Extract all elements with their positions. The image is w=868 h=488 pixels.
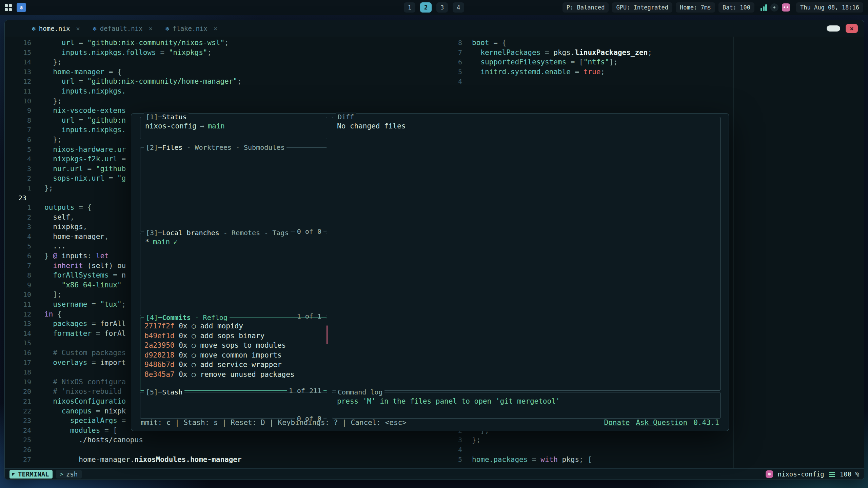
panel-title-text: - Remotes - Tags (219, 229, 289, 237)
line-number: 22 (18, 406, 31, 416)
code-text: }; (44, 183, 53, 193)
code-text: sops-nix.url = "g (44, 174, 126, 183)
commit-row[interactable]: b49ef1d 0x ○ add sops binary (144, 331, 323, 341)
topbar-left: ❄ (5, 3, 26, 12)
editor-tab-bar: ❄home.nix×❄default.nix×❄flake.nix× × (5, 20, 864, 37)
code-text: } @ inputs: let (44, 251, 109, 261)
workspace-button[interactable]: 1 (404, 2, 415, 13)
line-number: 23 (18, 416, 31, 426)
mode-indicator[interactable]: TERMINAL (9, 470, 53, 479)
lazygit-bottom-right: DonateAsk Question 0.43.1 (604, 419, 719, 427)
workspace-button[interactable]: 2 (420, 2, 432, 13)
close-button[interactable]: × (846, 24, 858, 33)
window-controls: × (827, 20, 858, 37)
arrow-icon: → (200, 122, 204, 130)
code-text: url = "github:nix-community/home-manager… (44, 77, 242, 86)
code-text: home-manager = { (44, 67, 122, 77)
scrollbar-thumb[interactable] (327, 325, 328, 344)
code-token: formatter (44, 329, 92, 338)
panel-title: [2]─Files - Worktrees - Submodules (144, 142, 287, 152)
code-line: 4 (454, 77, 864, 86)
panel-title: [5]─Stash (144, 387, 184, 397)
code-token: , (83, 223, 87, 231)
code-token: = (87, 300, 100, 308)
code-line: 3}; (454, 435, 864, 445)
terminal-window: ❄home.nix×❄default.nix×❄flake.nix× × 16 … (4, 20, 864, 480)
apps-grid-icon[interactable] (5, 4, 12, 11)
line-number: 8 (18, 116, 31, 125)
code-token: nixosConfiguratio (44, 397, 126, 405)
code-token: url (44, 39, 75, 47)
workspace-button[interactable]: 3 (436, 2, 448, 13)
tab-close-icon[interactable]: × (214, 25, 217, 32)
editor-tab[interactable]: ❄flake.nix× (165, 25, 217, 32)
line-number: 3 (18, 164, 31, 174)
lazygit-links: DonateAsk Question (604, 419, 688, 427)
code-line: 12 url = "github:nix-community/home-mana… (18, 77, 442, 86)
system-tray (761, 3, 790, 12)
code-token: forAl (104, 329, 126, 338)
lazygit-diff-panel[interactable]: Diff No changed files (332, 117, 721, 391)
code-token: specialArgs (44, 416, 117, 425)
editor-tab[interactable]: ❄default.nix× (93, 25, 153, 32)
code-text: boot = { (472, 38, 506, 48)
network-icon[interactable] (761, 4, 767, 11)
link[interactable]: Ask Question (636, 419, 687, 427)
layout-toggle[interactable] (827, 25, 840, 32)
code-token: "github (96, 165, 126, 173)
panel-title: Command log (336, 387, 384, 397)
lazygit-commits-panel[interactable]: [4]─Commits - Reflog 2717f2f 0x ○ add mo… (140, 318, 327, 391)
palette-icon[interactable] (782, 3, 790, 12)
lazygit-status-panel[interactable]: [1]─Status nixos-config→main (140, 117, 327, 139)
code-token: inputs (57, 252, 87, 260)
line-number: 6 (18, 135, 31, 145)
code-text: # Custom packages (44, 348, 126, 358)
workspace-switcher: 1234 (404, 0, 464, 15)
line-number: 2 (18, 212, 31, 222)
tray-icon[interactable] (770, 3, 778, 12)
commit-row[interactable]: 8e345a7 0x ○ remove unused packages (144, 370, 323, 380)
commit-row[interactable]: 2717f2f 0x ○ add mopidy (144, 321, 323, 331)
lazygit-stash-panel[interactable]: [5]─Stash 0 of 0 (140, 392, 327, 419)
code-token: ; (648, 48, 652, 57)
shell-tab[interactable]: > zsh (56, 470, 82, 479)
code-token: ]; (609, 58, 618, 66)
link[interactable]: Donate (604, 419, 630, 427)
code-token: home-manager. (44, 455, 135, 464)
tab-close-icon[interactable]: × (149, 25, 153, 32)
command-log-message: press 'M' in the files panel to open 'gi… (337, 397, 560, 405)
line-number: 6 (454, 57, 462, 67)
code-token: = (109, 271, 122, 279)
commit-row[interactable]: d920218 0x ○ move common imports (144, 350, 323, 360)
repo-name: nixos-config (145, 122, 197, 130)
code-token: "x86_64-linux" (44, 281, 122, 289)
line-number: 14 (18, 57, 31, 67)
lazygit-branches-panel[interactable]: [3]─Local branches - Remotes - Tags *mai… (140, 233, 327, 316)
line-number: 9 (18, 280, 31, 290)
lazygit-files-panel[interactable]: [2]─Files - Worktrees - Submodules 0 of … (140, 147, 327, 231)
code-line: 27 home-manager.nixosModules.home-manage… (18, 455, 442, 465)
lazygit-command-log-panel[interactable]: Command log press 'M' in the files panel… (332, 392, 721, 419)
code-line: 7 kernelPackages = pkgs.linuxPackages_ze… (454, 48, 864, 58)
commit-row[interactable]: 9486b7d 0x ○ add service-wrapper (144, 360, 323, 370)
code-text: forAllSystems = n (44, 270, 126, 280)
editor-tab[interactable]: ❄home.nix× (32, 25, 80, 32)
commit-field: ○ (187, 351, 200, 359)
code-token: nur.url (44, 165, 83, 173)
code-text: ./hosts/canopus (44, 435, 143, 445)
code-token: = (75, 77, 87, 85)
topbar-right: P: BalancedGPU: IntegratedHome: 7msBat: … (563, 2, 863, 13)
tab-close-icon[interactable]: × (76, 25, 80, 32)
panel-title-text: Stash (162, 388, 182, 396)
launcher-icon[interactable]: ❄ (17, 3, 26, 12)
code-token: nix-vscode-extens (44, 106, 126, 115)
code-token: # 'nixos-rebuild (44, 387, 122, 395)
line-number: 4 (18, 154, 31, 164)
line-number: 14 (18, 329, 31, 339)
commit-row[interactable]: 2a23950 0x ○ move sops to modules (144, 341, 323, 350)
workspace-button[interactable]: 4 (453, 2, 464, 13)
layout-icon[interactable] (829, 472, 835, 477)
code-line: 6 supportedFilesystems = ["ntfs"]; (454, 57, 864, 67)
code-token: = [ (100, 426, 117, 434)
status-segment: GPU: Integrated (612, 2, 672, 13)
